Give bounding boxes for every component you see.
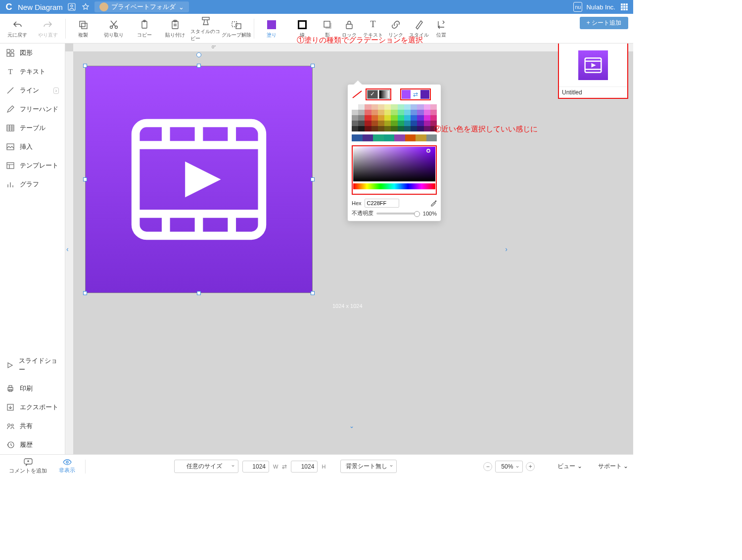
- company-name[interactable]: Nulab Inc.: [586, 3, 615, 11]
- paste-button[interactable]: 貼り付け: [160, 15, 190, 43]
- color-swatch[interactable]: [371, 104, 378, 110]
- color-swatch[interactable]: [378, 126, 384, 131]
- resize-handle-se[interactable]: [311, 291, 315, 295]
- color-swatch[interactable]: [424, 115, 430, 121]
- sidebar-item-shapes[interactable]: 図形: [0, 43, 65, 62]
- color-swatch[interactable]: [358, 104, 365, 110]
- hue-slider[interactable]: [353, 183, 435, 189]
- color-swatch[interactable]: [378, 115, 384, 121]
- fill-solid-button[interactable]: [367, 90, 378, 99]
- color-swatch[interactable]: [358, 121, 365, 126]
- duplicate-button[interactable]: 複製: [68, 15, 98, 43]
- color-swatch[interactable]: [384, 110, 391, 115]
- diagram-title[interactable]: New Diagram: [18, 3, 63, 11]
- sidebar-item-freehand[interactable]: フリーハンド: [0, 100, 65, 119]
- color-swatch[interactable]: [411, 121, 417, 126]
- sidebar-item-line[interactable]: ライン›: [0, 81, 65, 100]
- add-sheet-button[interactable]: + シート追加: [580, 17, 628, 29]
- color-swatch[interactable]: [404, 115, 411, 121]
- gradient-stops[interactable]: ⇄: [402, 90, 429, 99]
- color-swatch[interactable]: [384, 115, 391, 121]
- fill-none-button[interactable]: [352, 90, 363, 99]
- sidebar-item-print[interactable]: 印刷: [0, 379, 65, 398]
- resize-handle-s[interactable]: [197, 291, 201, 295]
- color-indicator[interactable]: [426, 149, 430, 153]
- color-swatch[interactable]: [391, 126, 397, 131]
- color-swatch[interactable]: [371, 110, 378, 115]
- sidebar-item-slideshow[interactable]: スライドショー: [0, 351, 65, 379]
- color-swatch[interactable]: [365, 115, 371, 121]
- color-swatch[interactable]: [398, 110, 404, 115]
- color-swatch[interactable]: [417, 126, 423, 131]
- hide-comments-button[interactable]: 非表示: [55, 459, 79, 474]
- color-swatch[interactable]: [384, 121, 391, 126]
- ungroup-button[interactable]: グループ解除: [221, 15, 252, 43]
- color-swatches[interactable]: [352, 104, 437, 131]
- color-swatch[interactable]: [430, 110, 437, 115]
- fill-button[interactable]: 塗り: [256, 15, 287, 43]
- color-swatch[interactable]: [417, 115, 423, 121]
- gradient-stop-1[interactable]: [402, 90, 411, 99]
- hex-input[interactable]: [365, 199, 399, 208]
- color-swatch[interactable]: [352, 126, 358, 131]
- sheet-thumbnail-panel[interactable]: Untitled: [558, 43, 628, 99]
- color-swatch[interactable]: [352, 104, 358, 110]
- resize-handle-n[interactable]: [197, 64, 201, 68]
- sheet-thumbnail[interactable]: [559, 43, 627, 87]
- color-swatch[interactable]: [365, 121, 371, 126]
- color-swatch[interactable]: [417, 121, 423, 126]
- color-swatch[interactable]: [411, 104, 417, 110]
- color-swatch[interactable]: [378, 110, 384, 115]
- color-swatch[interactable]: [384, 104, 391, 110]
- zoom-out-button[interactable]: −: [483, 462, 492, 471]
- color-swatch[interactable]: [404, 110, 411, 115]
- color-swatch[interactable]: [398, 115, 404, 121]
- saturation-lightness-picker[interactable]: [353, 147, 435, 181]
- color-swatch[interactable]: [411, 110, 417, 115]
- folder-selector[interactable]: プライベートフォルダ ⌄: [94, 1, 189, 12]
- sidebar-item-export[interactable]: エクスポート: [0, 398, 65, 417]
- color-swatch[interactable]: [404, 121, 411, 126]
- prev-sheet-arrow[interactable]: ‹: [66, 245, 69, 253]
- color-swatch[interactable]: [424, 110, 430, 115]
- collapse-bottom-icon[interactable]: ⌄: [349, 423, 354, 430]
- sheet-name[interactable]: Untitled: [559, 87, 627, 98]
- sidebar-item-share[interactable]: 共有: [0, 417, 65, 435]
- color-swatch[interactable]: [384, 126, 391, 131]
- color-swatch[interactable]: [371, 126, 378, 131]
- color-swatch[interactable]: [358, 115, 365, 121]
- color-swatch[interactable]: [417, 110, 423, 115]
- add-comment-button[interactable]: コメントを追加: [5, 458, 51, 474]
- color-swatch[interactable]: [417, 104, 423, 110]
- color-swatch[interactable]: [430, 115, 437, 121]
- color-swatch[interactable]: [352, 110, 358, 115]
- next-sheet-arrow[interactable]: ›: [505, 245, 508, 253]
- star-icon[interactable]: [81, 2, 91, 12]
- color-swatch[interactable]: [391, 104, 397, 110]
- theme-colors[interactable]: [352, 134, 437, 141]
- nulab-logo-icon[interactable]: nu: [573, 2, 582, 12]
- user-icon[interactable]: [67, 2, 77, 12]
- color-swatch[interactable]: [424, 126, 430, 131]
- color-swatch[interactable]: [398, 104, 404, 110]
- sidebar-item-history[interactable]: 履歴: [0, 435, 65, 454]
- resize-handle-w[interactable]: [83, 177, 87, 181]
- resize-handle-e[interactable]: [311, 177, 315, 181]
- rotation-handle[interactable]: [196, 52, 201, 57]
- color-swatch[interactable]: [391, 121, 397, 126]
- color-swatch[interactable]: [358, 110, 365, 115]
- support-menu[interactable]: サポート ⌄: [598, 462, 628, 471]
- background-sheet-select[interactable]: 背景シート無し: [340, 460, 397, 473]
- fill-linear-gradient-button[interactable]: [379, 90, 390, 99]
- color-swatch[interactable]: [378, 121, 384, 126]
- swap-gradient-icon[interactable]: ⇄: [412, 91, 419, 98]
- color-swatch[interactable]: [404, 126, 411, 131]
- color-swatch[interactable]: [352, 115, 358, 121]
- color-swatch[interactable]: [411, 115, 417, 121]
- color-swatch[interactable]: [424, 104, 430, 110]
- sidebar-item-table[interactable]: テーブル: [0, 119, 65, 137]
- resize-handle-nw[interactable]: [83, 64, 87, 68]
- height-input[interactable]: 1024: [291, 461, 318, 473]
- copy-button[interactable]: コピー: [129, 15, 160, 43]
- swap-dimensions-icon[interactable]: ⇄: [282, 463, 287, 470]
